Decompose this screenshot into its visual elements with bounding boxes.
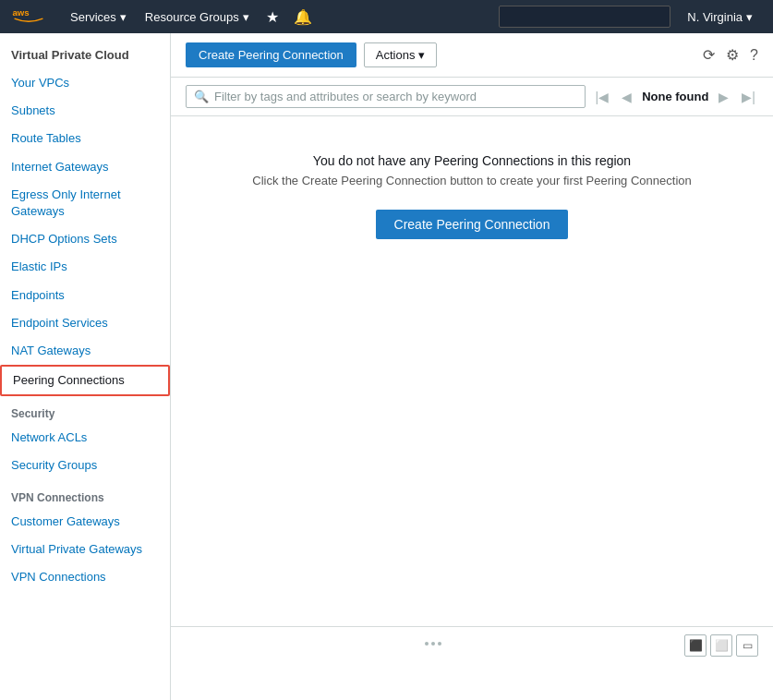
sidebar-item-endpoints[interactable]: Endpoints <box>0 282 170 309</box>
aws-logo: aws <box>11 6 46 28</box>
sidebar-item-security-groups[interactable]: Security Groups <box>0 452 170 479</box>
sidebar: Virtual Private Cloud Your VPCs Subnets … <box>0 33 171 700</box>
dot-3 <box>438 642 441 646</box>
sidebar-security-title: Security <box>0 396 170 424</box>
nav-right: N. Virginia ▾ <box>491 0 762 33</box>
pagination-status: None found <box>642 90 708 103</box>
sidebar-item-peering-connections[interactable]: Peering Connections <box>0 365 170 396</box>
actions-chevron-icon: ▾ <box>418 48 425 62</box>
sidebar-item-customer-gateways[interactable]: Customer Gateways <box>0 508 170 536</box>
sidebar-item-your-vpcs[interactable]: Your VPCs <box>0 69 170 97</box>
resource-groups-nav[interactable]: Resource Groups ▾ <box>136 0 259 33</box>
layout: Virtual Private Cloud Your VPCs Subnets … <box>0 33 773 700</box>
search-icon: 🔍 <box>194 90 209 103</box>
filter-bar: 🔍 |◀ ◀ None found ▶ ▶| <box>171 78 773 116</box>
bottom-panel: ⬛ ⬜ ▭ <box>171 626 773 700</box>
help-icon[interactable]: ? <box>750 47 758 64</box>
panel-view-btn-3[interactable]: ▭ <box>736 634 758 657</box>
dot-1 <box>425 642 429 646</box>
sidebar-item-endpoint-services[interactable]: Endpoint Services <box>0 309 170 337</box>
sidebar-item-virtual-private-gateways[interactable]: Virtual Private Gateways <box>0 536 170 563</box>
actions-button[interactable]: Actions ▾ <box>364 42 438 67</box>
sidebar-item-internet-gateways[interactable]: Internet Gateways <box>0 153 170 181</box>
create-peering-connection-button[interactable]: Create Peering Connection <box>186 42 356 67</box>
pagination-last-btn[interactable]: ▶| <box>739 90 758 104</box>
toolbar-right: ⟳ ⚙ ? <box>703 46 758 64</box>
services-nav[interactable]: Services ▾ <box>61 0 136 33</box>
sidebar-vpn-title: VPN Connections <box>0 480 170 508</box>
sidebar-item-network-acls[interactable]: Network ACLs <box>0 424 170 452</box>
sidebar-section-title: Virtual Private Cloud <box>0 33 170 69</box>
nav-search-input[interactable] <box>499 6 670 28</box>
panel-view-btn-1[interactable]: ⬛ <box>684 634 707 657</box>
sidebar-item-subnets[interactable]: Subnets <box>0 97 170 125</box>
sidebar-item-nat-gateways[interactable]: NAT Gateways <box>0 337 170 365</box>
filter-input-wrap: 🔍 <box>186 85 586 108</box>
dot-2 <box>431 642 435 646</box>
bell-icon[interactable]: 🔔 <box>286 0 320 33</box>
sidebar-toggle[interactable]: ◀ <box>170 348 171 385</box>
main-content: Create Peering Connection Actions ▾ ⟳ ⚙ … <box>171 33 773 700</box>
favorites-icon[interactable]: ★ <box>259 0 286 33</box>
pagination-prev-btn[interactable]: ◀ <box>619 90 634 104</box>
svg-text:aws: aws <box>12 7 29 18</box>
filter-input[interactable] <box>214 90 577 103</box>
sidebar-item-route-tables[interactable]: Route Tables <box>0 125 170 152</box>
pagination-next-btn[interactable]: ▶ <box>716 90 731 104</box>
bottom-dots <box>186 634 681 646</box>
refresh-icon[interactable]: ⟳ <box>703 46 715 64</box>
empty-create-peering-connection-button[interactable]: Create Peering Connection <box>376 210 569 239</box>
top-nav: aws Services ▾ Resource Groups ▾ ★ 🔔 N. … <box>0 0 773 33</box>
sidebar-item-dhcp[interactable]: DHCP Options Sets <box>0 225 170 253</box>
empty-state-line2: Click the Create Peering Connection butt… <box>252 174 691 187</box>
toolbar: Create Peering Connection Actions ▾ ⟳ ⚙ … <box>171 33 773 78</box>
sidebar-item-vpn-connections[interactable]: VPN Connections <box>0 563 170 591</box>
sidebar-item-egress-only[interactable]: Egress Only Internet Gateways <box>0 181 170 225</box>
panel-view-btn-2[interactable]: ⬜ <box>710 634 732 657</box>
settings-icon[interactable]: ⚙ <box>726 46 739 64</box>
empty-state-line1: You do not have any Peering Connections … <box>313 153 631 168</box>
sidebar-item-elastic-ips[interactable]: Elastic IPs <box>0 253 170 281</box>
pagination-first-btn[interactable]: |◀ <box>593 90 612 104</box>
region-selector[interactable]: N. Virginia ▾ <box>678 0 762 33</box>
empty-state: You do not have any Peering Connections … <box>171 116 773 626</box>
